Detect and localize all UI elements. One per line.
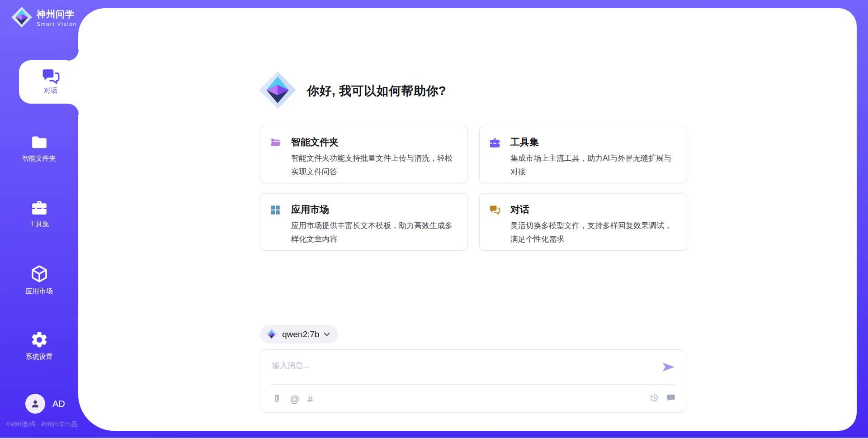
gem-logo-icon bbox=[265, 328, 278, 340]
sidebar-item-label: 对话 bbox=[19, 86, 82, 95]
hash-icon[interactable]: # bbox=[307, 394, 313, 404]
card-market[interactable]: 应用市场 应用市场提供丰富长文本模板，助力高效生成多样化文章内容 bbox=[260, 193, 468, 251]
toolbox-icon bbox=[0, 199, 78, 217]
card-title: 工具集 bbox=[510, 136, 677, 148]
feedback-chat-icon[interactable] bbox=[666, 393, 676, 405]
sidebar-item-label: 工具集 bbox=[0, 220, 78, 229]
card-chat[interactable]: 对话 灵活切换多模型文件，支持多样回复效果调试，满足个性化需求 bbox=[479, 193, 687, 251]
main-panel: 你好, 我可以如何帮助你? 智能文件夹 智能文件夹功能支持批量文件上传与清洗，轻… bbox=[78, 8, 857, 431]
sidebar-item-toolset[interactable]: 工具集 bbox=[0, 199, 78, 229]
app-name: 神州问学 bbox=[37, 9, 75, 19]
grid-icon bbox=[269, 204, 281, 218]
sidebar-item-market[interactable]: 应用市场 bbox=[0, 264, 78, 296]
mention-icon[interactable]: @ bbox=[290, 394, 299, 404]
paperclip-icon[interactable] bbox=[272, 393, 282, 405]
user-menu[interactable]: AD bbox=[25, 394, 65, 414]
model-selector[interactable]: qwen2:7b bbox=[260, 325, 338, 344]
greeting-title: 你好, 我可以如何帮助你? bbox=[307, 83, 446, 99]
card-description: 智能文件夹功能支持批量文件上传与清洗，轻松实现文件问答 bbox=[291, 152, 458, 179]
sidebar-item-label: 智能文件夹 bbox=[0, 154, 78, 163]
sidebar-item-settings[interactable]: 系统设置 bbox=[0, 330, 78, 361]
card-title: 对话 bbox=[510, 203, 677, 215]
message-input[interactable] bbox=[272, 359, 643, 372]
greeting: 你好, 我可以如何帮助你? bbox=[258, 71, 446, 111]
sidebar: 神州问学 Smart Vision 对话 智能文件夹 工具集 应用市场 bbox=[0, 0, 78, 439]
message-composer: @ # bbox=[260, 349, 686, 413]
model-name: qwen2:7b bbox=[282, 329, 319, 339]
user-initials: AD bbox=[52, 399, 65, 409]
folder-icon bbox=[0, 133, 78, 151]
sidebar-item-label: 应用市场 bbox=[0, 287, 78, 296]
toolbox-icon bbox=[489, 137, 501, 151]
sidebar-item-label: 系统设置 bbox=[0, 353, 78, 361]
gear-icon bbox=[0, 330, 78, 349]
shortcut-cards: 智能文件夹 智能文件夹功能支持批量文件上传与清洗，轻松实现文件问答 工具集 集成… bbox=[260, 126, 687, 251]
app-logo[interactable]: 神州问学 Smart Vision bbox=[11, 6, 78, 30]
sidebar-item-chat[interactable]: 对话 bbox=[19, 60, 82, 104]
card-description: 集成市场上主流工具，助力AI与外界无缝扩展与对接 bbox=[510, 152, 677, 179]
gem-logo-icon bbox=[258, 71, 297, 111]
history-icon[interactable] bbox=[649, 393, 659, 405]
card-title: 应用市场 bbox=[291, 203, 458, 215]
chat-bubbles-icon bbox=[489, 204, 501, 217]
card-toolset[interactable]: 工具集 集成市场上主流工具，助力AI与外界无缝扩展与对接 bbox=[479, 126, 687, 183]
avatar bbox=[25, 394, 45, 414]
card-folders[interactable]: 智能文件夹 智能文件夹功能支持批量文件上传与清洗，轻松实现文件问答 bbox=[260, 126, 468, 183]
copyright-text: ©神州数码 · 神州问学出品 bbox=[6, 420, 81, 429]
composer-divider bbox=[270, 384, 676, 385]
chat-icon bbox=[19, 67, 82, 85]
app-subtitle: Smart Vision bbox=[37, 21, 77, 27]
card-title: 智能文件夹 bbox=[291, 136, 458, 148]
send-button[interactable] bbox=[661, 362, 676, 372]
sidebar-item-folders[interactable]: 智能文件夹 bbox=[0, 133, 78, 163]
folder-open-icon bbox=[269, 137, 282, 151]
cube-icon bbox=[0, 264, 78, 284]
chevron-down-icon bbox=[324, 332, 330, 337]
card-description: 灵活切换多模型文件，支持多样回复效果调试，满足个性化需求 bbox=[510, 219, 677, 246]
card-description: 应用市场提供丰富长文本模板，助力高效生成多样化文章内容 bbox=[291, 219, 458, 246]
gem-logo-icon bbox=[11, 6, 33, 30]
